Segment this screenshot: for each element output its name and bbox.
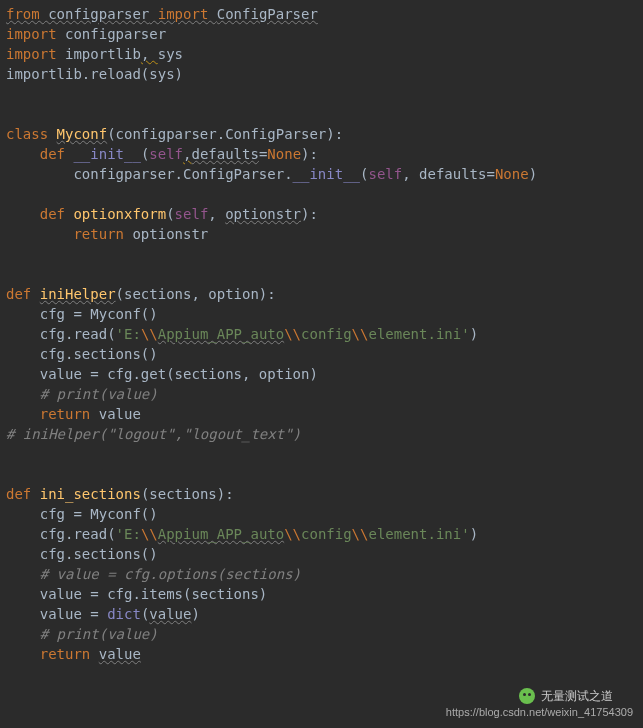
code-line: value = cfg.get(sections, option) [6, 366, 318, 382]
code-line: def __init__(self,defaults=None): [6, 146, 318, 162]
code-line: # print(value) [6, 626, 158, 642]
code-line: def iniHelper(sections, option): [6, 286, 276, 302]
watermark-text: https://blog.csdn.net/weixin_41754309 [446, 702, 633, 722]
code-line: value = cfg.items(sections) [6, 586, 267, 602]
code-line: importlib.reload(sys) [6, 66, 183, 82]
code-line: value = dict(value) [6, 606, 200, 622]
code-line: cfg.read('E:\\Appium_APP_auto\\config\\e… [6, 326, 478, 342]
code-line: cfg.sections() [6, 546, 158, 562]
code-line [6, 246, 14, 262]
code-line: # value = cfg.options(sections) [6, 566, 301, 582]
code-line: return value [6, 646, 141, 662]
code-line: import configparser [6, 26, 166, 42]
code-line [6, 86, 14, 102]
code-line: cfg = Myconf() [6, 306, 158, 322]
code-line [6, 466, 14, 482]
code-line [6, 446, 14, 462]
code-line [6, 106, 14, 122]
code-line [6, 186, 14, 202]
code-line: cfg.sections() [6, 346, 158, 362]
code-line: import importlib, sys [6, 46, 183, 62]
code-line: # iniHelper("logout","logout_text") [6, 426, 301, 442]
code-line: def optionxform(self, optionstr): [6, 206, 318, 222]
code-line: configparser.ConfigParser.__init__(self,… [6, 166, 537, 182]
code-line: # print(value) [6, 386, 158, 402]
code-line: def ini_sections(sections): [6, 486, 234, 502]
code-line: from configparser import ConfigParser [6, 6, 318, 22]
code-line: cfg = Myconf() [6, 506, 158, 522]
code-editor[interactable]: from configparser import ConfigParser im… [6, 4, 643, 664]
code-line: class Myconf(configparser.ConfigParser): [6, 126, 343, 142]
code-line [6, 266, 14, 282]
code-line: cfg.read('E:\\Appium_APP_auto\\config\\e… [6, 526, 478, 542]
code-line: return value [6, 406, 141, 422]
code-line: return optionstr [6, 226, 208, 242]
